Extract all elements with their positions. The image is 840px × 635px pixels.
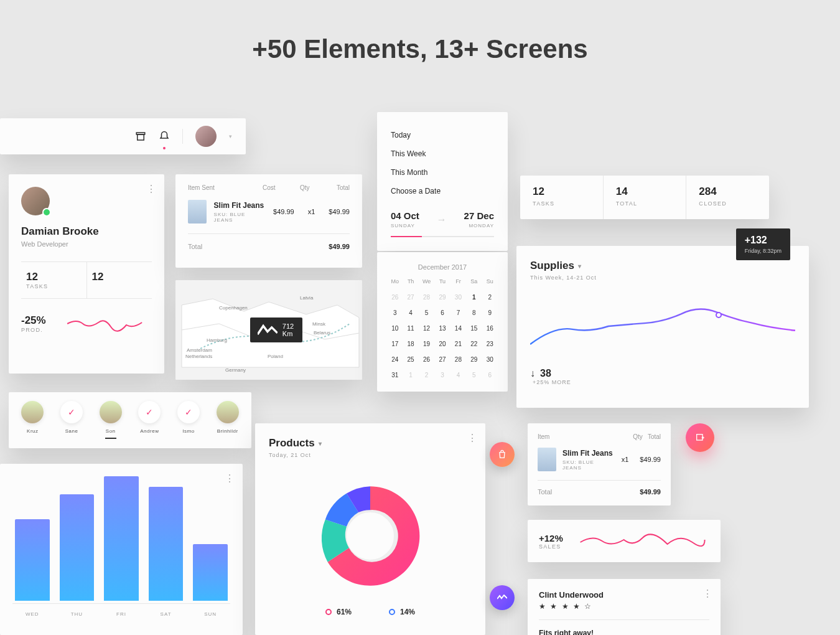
timeline-bag-icon[interactable] xyxy=(490,442,515,467)
cal-day[interactable]: 21 xyxy=(452,339,465,349)
more-icon[interactable]: ⋮ xyxy=(225,473,234,484)
cal-day[interactable]: 26 xyxy=(420,354,433,365)
date-option-month[interactable]: This Month xyxy=(391,163,494,182)
cal-day[interactable]: 10 xyxy=(388,323,401,334)
cal-day[interactable]: 30 xyxy=(452,292,465,303)
person-name: Son xyxy=(93,428,128,434)
col-item: Item Sent xyxy=(188,184,263,191)
add-to-cart-fab[interactable] xyxy=(686,423,714,452)
chevron-down-icon[interactable]: ▾ xyxy=(229,133,232,139)
cal-day[interactable]: 28 xyxy=(420,292,433,303)
person[interactable]: Brinhildr xyxy=(210,401,245,440)
cal-day[interactable]: 19 xyxy=(420,339,433,349)
cal-day[interactable]: 8 xyxy=(467,308,480,318)
svg-rect-5 xyxy=(697,435,702,440)
delta-value: -25% xyxy=(21,314,46,327)
check-icon: ✓ xyxy=(177,401,200,423)
cal-day[interactable]: 23 xyxy=(483,339,497,349)
map-label: Poland xyxy=(268,354,283,359)
cal-day[interactable]: 11 xyxy=(404,323,417,334)
cal-day[interactable]: 2 xyxy=(483,292,497,303)
person-avatar xyxy=(217,401,239,423)
cal-day[interactable]: 27 xyxy=(404,292,417,303)
cal-day[interactable]: 20 xyxy=(436,339,449,349)
map-label: Germany xyxy=(225,367,246,373)
cal-day[interactable]: 7 xyxy=(452,308,465,318)
qty-value: x1 xyxy=(308,208,315,215)
cal-day[interactable]: 22 xyxy=(467,339,480,349)
map-label: Amsterdam xyxy=(187,347,212,353)
cal-day[interactable]: 18 xyxy=(404,339,417,349)
bar-label: SAT xyxy=(149,611,184,617)
date-option-today[interactable]: Today xyxy=(391,126,494,144)
products-title[interactable]: Products ▾ xyxy=(269,437,472,449)
bell-icon[interactable] xyxy=(159,131,170,142)
cal-day[interactable]: 27 xyxy=(436,354,449,365)
arrow-right-icon: → xyxy=(437,214,447,225)
cal-day[interactable]: 5 xyxy=(467,370,480,380)
cal-day[interactable]: 1 xyxy=(467,292,480,303)
cal-day[interactable]: 16 xyxy=(483,323,497,334)
user-avatar[interactable] xyxy=(195,126,217,147)
archive-icon[interactable] xyxy=(135,131,146,142)
timeline-wave-icon[interactable] xyxy=(490,585,515,610)
kpi-value: 12 xyxy=(533,186,590,198)
cal-day[interactable]: 25 xyxy=(404,354,417,365)
sales-label: SALES xyxy=(539,543,563,550)
review-headline: Fits right away! xyxy=(539,629,709,635)
person[interactable]: ✓Ismo xyxy=(171,401,207,440)
sales-sparkline xyxy=(576,529,709,553)
person[interactable]: ✓Sane xyxy=(54,401,90,440)
date-from[interactable]: 04 Oct SUNDAY xyxy=(391,210,419,228)
map-distance-tag: 712 Km xyxy=(250,318,302,342)
cal-day[interactable]: 13 xyxy=(436,323,449,334)
cal-day[interactable]: 26 xyxy=(388,292,401,303)
product-thumb xyxy=(188,200,207,223)
cal-day[interactable]: 15 xyxy=(467,323,480,334)
cal-day[interactable]: 1 xyxy=(404,370,417,380)
date-option-week[interactable]: This Week xyxy=(391,144,494,163)
cal-day[interactable]: 14 xyxy=(452,323,465,334)
cal-day[interactable]: 12 xyxy=(420,323,433,334)
cal-day[interactable]: 6 xyxy=(436,308,449,318)
person[interactable]: ✓Andrew xyxy=(132,401,167,440)
cal-day[interactable]: 29 xyxy=(436,292,449,303)
cal-day[interactable]: 6 xyxy=(483,370,497,380)
review-stars: ★ ★ ★ ★ ☆ xyxy=(539,602,709,611)
col-item: Item xyxy=(538,433,549,440)
person[interactable]: Son xyxy=(93,401,128,440)
more-icon[interactable]: ⋮ xyxy=(702,588,712,600)
cal-day[interactable]: 5 xyxy=(420,308,433,318)
bar xyxy=(60,494,95,601)
person-name: Sane xyxy=(54,428,90,434)
cal-day[interactable]: 3 xyxy=(436,370,449,380)
cal-day[interactable]: 4 xyxy=(404,308,417,318)
line-total: $49.99 xyxy=(329,208,350,215)
map-card[interactable]: Latvia Copenhagen Minsk Belarus Hamburg … xyxy=(175,280,362,380)
date-to[interactable]: 27 Dec MONDAY xyxy=(464,210,494,228)
cal-day[interactable]: 9 xyxy=(483,308,497,318)
products-card: ⋮ Products ▾ Today, 21 Oct 61% 14% xyxy=(255,423,485,635)
reviewer-name: Clint Underwood xyxy=(539,590,709,600)
person[interactable]: Kruz xyxy=(15,401,50,440)
date-range-card: Today This Week This Month Choose a Date… xyxy=(377,112,508,251)
cal-day[interactable]: 30 xyxy=(483,354,497,365)
date-from-value: 04 Oct xyxy=(391,210,419,221)
cal-day[interactable]: 28 xyxy=(452,354,465,365)
cal-day[interactable]: 4 xyxy=(452,370,465,380)
legend-value: 14% xyxy=(400,608,415,616)
date-option-choose[interactable]: Choose a Date xyxy=(391,182,494,200)
profile-avatar[interactable] xyxy=(21,187,50,215)
more-icon[interactable]: ⋮ xyxy=(467,432,477,444)
cal-day[interactable]: 3 xyxy=(388,308,401,318)
kpi-label: TASKS xyxy=(533,200,590,207)
cal-day[interactable]: 29 xyxy=(467,354,480,365)
cal-day[interactable]: 17 xyxy=(388,339,401,349)
cal-day[interactable]: 31 xyxy=(388,370,401,380)
cal-day[interactable]: 2 xyxy=(420,370,433,380)
cal-day[interactable]: 24 xyxy=(388,354,401,365)
more-icon[interactable]: ⋮ xyxy=(146,183,156,195)
kpi-total: 14 TOTAL xyxy=(603,176,686,219)
product-name: Slim Fit Jeans xyxy=(562,449,615,458)
legend-item: 61% xyxy=(325,608,352,616)
